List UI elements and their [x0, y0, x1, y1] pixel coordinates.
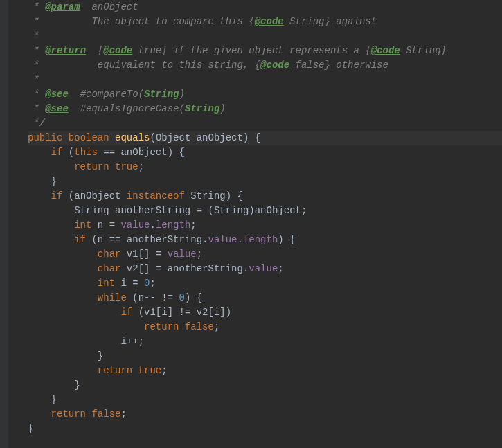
code-line: return false;	[28, 320, 502, 334]
code-line: }	[28, 174, 502, 189]
code-editor[interactable]: * @param anObject * The object to compar…	[0, 0, 502, 448]
code-line: }	[28, 393, 502, 407]
code-line: }	[28, 378, 502, 393]
code-line: }	[28, 422, 502, 436]
code-line: * @return {@code true} if the given obje…	[28, 44, 502, 58]
code-line: if (v1[i] != v2[i])	[28, 305, 502, 320]
code-line: * @see #equalsIgnoreCase(String)	[28, 102, 502, 116]
code-content[interactable]: * @param anObject * The object to compar…	[8, 0, 502, 448]
code-line: char v1[] = value;	[28, 247, 502, 262]
code-line: * @param anObject	[28, 0, 502, 15]
code-line-highlighted: public boolean equals(Object anObject) {	[28, 131, 502, 145]
code-line: * @see #compareTo(String)	[28, 87, 502, 102]
code-line: *	[28, 73, 502, 87]
code-line: i++;	[28, 334, 502, 349]
code-line: return true;	[28, 160, 502, 174]
code-line: if (n == anotherString.value.length) {	[28, 233, 502, 247]
code-line: if (this == anObject) {	[28, 145, 502, 160]
code-line: while (n-- != 0) {	[28, 291, 502, 305]
code-line: return false;	[28, 407, 502, 422]
code-line: char v2[] = anotherString.value;	[28, 262, 502, 276]
code-line: * The object to compare this {@code Stri…	[28, 15, 502, 29]
code-line: }	[28, 349, 502, 364]
gutter	[0, 0, 8, 448]
code-line: */	[28, 116, 502, 131]
code-line: int n = value.length;	[28, 218, 502, 233]
code-line: String anotherString = (String)anObject;	[28, 204, 502, 218]
code-line: int i = 0;	[28, 276, 502, 291]
code-line: * equivalent to this string, {@code fals…	[28, 58, 502, 73]
code-line: *	[28, 29, 502, 44]
code-line: return true;	[28, 364, 502, 378]
code-line: if (anObject instanceof String) {	[28, 189, 502, 204]
